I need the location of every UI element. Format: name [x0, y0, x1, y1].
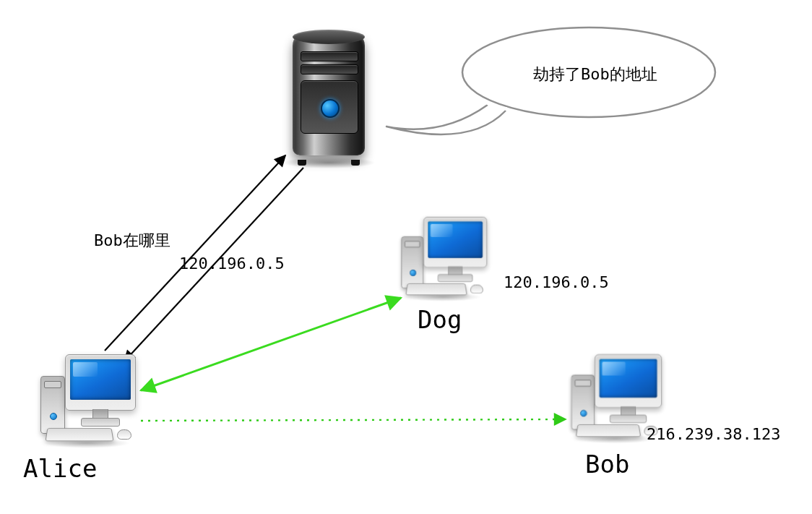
dog-ip-label: 120.196.0.5	[504, 273, 609, 291]
computer-dog	[397, 217, 488, 308]
speech-bubble-text: 劫持了Bob的地址	[533, 64, 657, 85]
computer-alice	[36, 354, 137, 455]
query-label: Bob在哪里	[94, 230, 170, 252]
response-ip-label: 120.196.0.5	[179, 254, 285, 273]
arrow-alice-to-server	[105, 155, 285, 351]
server-icon	[282, 33, 376, 170]
arrow-alice-bob	[141, 419, 566, 421]
alice-label: Alice	[23, 454, 97, 483]
dog-label: Dog	[418, 305, 462, 334]
arrow-alice-dog	[141, 298, 401, 390]
diagram-stage: { "speech_bubble": "劫持了Bob的地址", "query_l…	[0, 0, 812, 514]
bob-label: Bob	[585, 450, 629, 479]
bob-ip-label: 216.239.38.123	[647, 425, 780, 443]
